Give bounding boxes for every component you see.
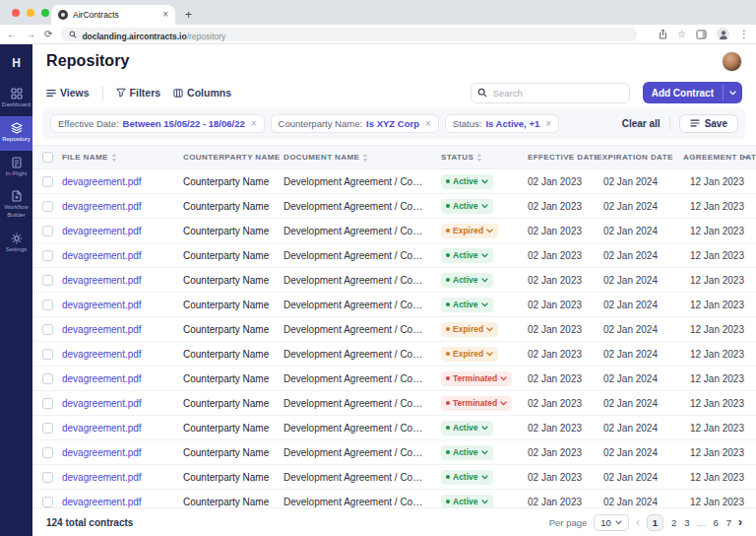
column-header-file-name[interactable]: FILE NAME — [62, 146, 183, 169]
status-badge[interactable]: Expired — [441, 347, 498, 362]
status-badge[interactable]: Expired — [441, 322, 498, 337]
status-badge[interactable]: Active — [441, 298, 493, 312]
sidebar-item-repository[interactable]: Repository — [0, 116, 32, 151]
page-button-1[interactable]: 1 — [647, 514, 663, 531]
agreement-date: 12 Jan 2023 — [675, 367, 756, 391]
browser-menu-icon[interactable]: ⋮ — [739, 29, 749, 39]
forward-icon[interactable]: → — [26, 30, 35, 39]
search-input[interactable] — [471, 83, 630, 103]
zoom-window-icon[interactable] — [41, 9, 49, 17]
status-badge[interactable]: Active — [441, 495, 493, 508]
agreement-date: 12 Jan 2023 — [675, 194, 756, 219]
sidebar-item-workflow-builder[interactable]: Workflow Builder — [0, 184, 32, 227]
address-bar[interactable]: doclanding.aircontracts.io/repository — [61, 28, 637, 41]
side-panel-icon[interactable] — [696, 30, 707, 39]
status-badge[interactable]: Active — [441, 470, 493, 485]
row-checkbox[interactable] — [42, 423, 53, 434]
row-checkbox[interactable] — [42, 275, 53, 286]
filter-chip-counterparty-name-[interactable]: Counterparty Name:Is XYZ Corp× — [271, 114, 439, 133]
select-all-checkbox[interactable] — [42, 152, 53, 163]
add-contract-dropdown-icon[interactable] — [724, 82, 742, 103]
status-badge[interactable]: Terminated — [441, 396, 512, 411]
window-controls[interactable] — [12, 9, 49, 17]
row-checkbox[interactable] — [42, 250, 53, 261]
status-badge[interactable]: Expired — [441, 224, 498, 238]
column-header-document-name[interactable]: DOCUMENT NAME — [284, 146, 441, 169]
file-name-link[interactable]: devagreement.pdf — [62, 497, 142, 507]
file-name-link[interactable]: devagreement.pdf — [62, 423, 142, 434]
status-badge[interactable]: Active — [441, 199, 493, 214]
row-checkbox[interactable] — [42, 398, 53, 409]
row-checkbox[interactable] — [42, 447, 53, 458]
row-checkbox[interactable] — [42, 349, 53, 360]
row-checkbox[interactable] — [42, 201, 53, 212]
file-name-link[interactable]: devagreement.pdf — [62, 373, 142, 384]
column-header-counterparty-name[interactable]: COUNTERPARTY NAME — [183, 146, 284, 169]
file-name-link[interactable]: devagreement.pdf — [62, 324, 142, 335]
file-name-link[interactable]: devagreement.pdf — [62, 447, 142, 458]
tab-close-icon[interactable]: × — [162, 10, 168, 20]
row-checkbox[interactable] — [42, 373, 53, 384]
file-name-link[interactable]: devagreement.pdf — [62, 349, 142, 360]
row-checkbox[interactable] — [42, 497, 53, 507]
remove-filter-icon[interactable]: × — [545, 118, 551, 129]
save-view-button[interactable]: Save — [679, 114, 738, 133]
row-checkbox[interactable] — [42, 226, 53, 236]
columns-button[interactable]: Columns — [173, 87, 231, 99]
views-button[interactable]: Views — [46, 87, 90, 99]
scroll-right-icon[interactable]: → — [739, 149, 750, 161]
file-name-link[interactable]: devagreement.pdf — [62, 300, 142, 310]
filters-button[interactable]: Filters — [116, 87, 161, 99]
filter-chip-status-[interactable]: Status:Is Active, +1× — [445, 114, 559, 133]
browser-profile-avatar[interactable] — [717, 28, 729, 40]
minimize-window-icon[interactable] — [27, 9, 34, 17]
expiration-date: 02 Jan 2024 — [597, 490, 675, 508]
status-badge[interactable]: Terminated — [441, 371, 512, 386]
sidebar-item-dashboard[interactable]: Dashboard — [0, 82, 32, 116]
reload-icon[interactable]: ⟳ — [44, 30, 52, 39]
page-button-3[interactable]: 3 — [684, 517, 689, 528]
column-header-status[interactable]: STATUS — [441, 146, 528, 169]
prev-page-icon[interactable]: ‹ — [636, 516, 640, 528]
file-name-link[interactable]: devagreement.pdf — [62, 201, 142, 212]
page-button-6[interactable]: 6 — [713, 517, 718, 528]
row-checkbox[interactable] — [42, 300, 53, 310]
sidebar-item-settings[interactable]: Settings — [0, 227, 32, 261]
new-tab-button[interactable]: + — [185, 8, 192, 22]
remove-filter-icon[interactable]: × — [425, 118, 431, 129]
file-name-link[interactable]: devagreement.pdf — [62, 176, 142, 187]
status-badge[interactable]: Active — [441, 421, 493, 436]
page-button-2[interactable]: 2 — [671, 517, 676, 528]
filter-chip-effective-date-[interactable]: Effective Date:Between 15/05/22 - 18/06/… — [50, 114, 265, 133]
file-name-link[interactable]: devagreement.pdf — [62, 472, 142, 483]
status-badge[interactable]: Active — [441, 174, 493, 189]
status-badge[interactable]: Active — [441, 445, 493, 460]
row-checkbox[interactable] — [42, 324, 53, 335]
page-button--: ... — [697, 517, 705, 528]
per-page-select[interactable]: 10 — [594, 514, 629, 531]
remove-filter-icon[interactable]: × — [251, 118, 257, 129]
back-icon[interactable]: ← — [7, 30, 17, 39]
clear-all-button[interactable]: Clear all — [622, 118, 661, 129]
add-contract-button[interactable]: Add Contract — [643, 82, 742, 103]
bookmark-star-icon[interactable]: ☆ — [677, 29, 686, 39]
column-header-effective-date[interactable]: EFFECTIVE DATE — [528, 146, 597, 169]
app-logo[interactable]: H — [0, 48, 32, 78]
row-checkbox[interactable] — [42, 176, 53, 187]
next-page-icon[interactable]: › — [738, 516, 742, 528]
counterparty-name: Counterparty Name — [183, 465, 284, 490]
file-name-link[interactable]: devagreement.pdf — [62, 398, 142, 409]
browser-tab[interactable]: AirContracts × — [51, 5, 175, 25]
sidebar-item-in-flight[interactable]: In-Flight — [0, 151, 32, 185]
file-name-link[interactable]: devagreement.pdf — [62, 275, 142, 286]
close-window-icon[interactable] — [12, 9, 20, 17]
row-checkbox[interactable] — [42, 472, 53, 483]
status-badge[interactable]: Active — [441, 248, 493, 263]
user-avatar[interactable] — [722, 51, 742, 72]
page-button-7[interactable]: 7 — [726, 517, 731, 528]
share-icon[interactable] — [659, 29, 667, 39]
file-name-link[interactable]: devagreement.pdf — [62, 226, 142, 236]
status-badge[interactable]: Active — [441, 273, 493, 288]
column-header-expiration-date[interactable]: EXPIRATION DATE — [597, 146, 675, 169]
file-name-link[interactable]: devagreement.pdf — [62, 250, 142, 261]
